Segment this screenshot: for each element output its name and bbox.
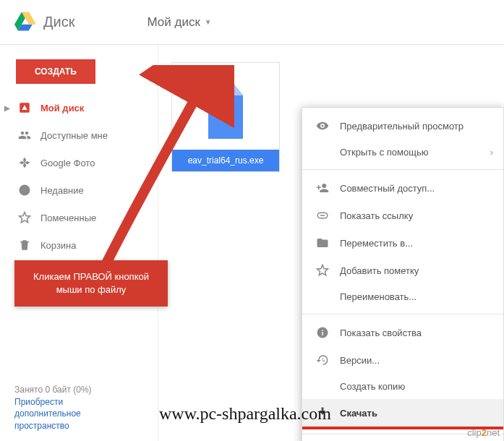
trash-icon [17, 239, 32, 252]
menu-item-get-link[interactable]: Показать ссылку [302, 202, 503, 229]
breadcrumb-label: Мой диск [147, 15, 200, 30]
file-thumb [172, 70, 279, 150]
callout-line2: мыши по файлу [56, 284, 127, 295]
sidebar-item-recent[interactable]: Недавние [0, 176, 158, 204]
sidebar-item-label: Доступные мне [40, 130, 108, 141]
sidebar-item-starred[interactable]: Помеченные [0, 204, 158, 231]
expand-caret-icon[interactable]: ▶ [4, 104, 10, 112]
menu-item-make-copy[interactable]: Создать копию [302, 374, 503, 399]
menu-item-share[interactable]: Совместный доступ... [302, 174, 503, 202]
app-name: Диск [43, 14, 74, 30]
person-add-icon [315, 181, 330, 194]
menu-item-label: Открыть с помощью [340, 147, 428, 158]
menu-item-properties[interactable]: Показать свойства [302, 319, 503, 346]
sidebar-item-label: Помеченные [40, 213, 96, 223]
main-area: eav_trial64_rus.exe Предварительный прос… [158, 45, 504, 441]
menu-item-label: Предварительный просмотр [340, 121, 464, 132]
dropdown-caret-icon: ▼ [205, 18, 212, 26]
people-icon [17, 129, 32, 142]
menu-item-label: Переместить в... [340, 238, 413, 249]
menu-item-label: Создать копию [340, 381, 405, 392]
eye-icon [315, 119, 330, 132]
menu-item-open-with[interactable]: Открыть с помощью › [302, 140, 503, 165]
create-button[interactable]: СОЗДАТЬ [16, 59, 95, 84]
menu-item-label: Показать ссылку [340, 210, 413, 221]
menu-item-preview[interactable]: Предварительный просмотр [302, 112, 503, 140]
star-outline-icon [315, 264, 330, 277]
context-menu: Предварительный просмотр Открыть с помощ… [302, 107, 504, 441]
menu-item-label: Показать свойства [340, 327, 422, 338]
sidebar: СОЗДАТЬ ▶ Мой диск Доступные мне Google … [0, 45, 158, 441]
menu-item-download[interactable]: Скачать [302, 399, 503, 427]
menu-item-label: Скачать [340, 408, 377, 419]
sidebar-item-shared[interactable]: Доступные мне [0, 121, 158, 149]
storage-upgrade-link[interactable]: Приобрести дополнительное пространство [14, 396, 92, 432]
callout-line1: Кликаем ПРАВОЙ кнопкой [33, 271, 149, 282]
chevron-right-icon: › [490, 147, 493, 158]
sidebar-item-label: Мой диск [40, 103, 84, 114]
menu-item-versions[interactable]: Версии... [302, 346, 503, 374]
file-name: eav_trial64_rus.exe [172, 150, 279, 171]
file-icon [202, 81, 249, 139]
storage-info: Занято 0 байт (0%) Приобрести дополнител… [14, 384, 92, 432]
sidebar-item-label: Google Фото [40, 158, 95, 168]
info-icon [315, 326, 330, 339]
drive-icon [17, 101, 32, 114]
folder-icon [315, 236, 330, 249]
storage-status: Занято 0 байт (0%) [14, 385, 92, 395]
star-icon [17, 211, 32, 224]
menu-item-label: Совместный доступ... [340, 183, 435, 194]
watermark-text: www.pc-shpargalka.com [159, 404, 331, 424]
file-card[interactable]: eav_trial64_rus.exe [171, 62, 280, 172]
sidebar-nav: ▶ Мой диск Доступные мне Google Фото [0, 94, 158, 259]
menu-item-label: Переименовать... [340, 291, 417, 302]
menu-item-label: Версии... [340, 355, 380, 366]
app-header: Диск Мой диск ▼ [0, 0, 504, 45]
history-icon [315, 354, 330, 367]
menu-separator [302, 314, 503, 314]
clip2net-watermark: clip2net [467, 427, 500, 438]
sidebar-item-label: Недавние [40, 185, 84, 196]
menu-separator [302, 169, 503, 170]
annotation-callout: Кликаем ПРАВОЙ кнопкой мыши по файлу [14, 260, 168, 307]
sidebar-item-label: Корзина [40, 240, 77, 251]
breadcrumb-my-drive[interactable]: Мой диск ▼ [147, 15, 211, 30]
menu-item-add-star[interactable]: Добавить пометку [302, 257, 503, 284]
menu-item-move-to[interactable]: Переместить в... [302, 229, 503, 257]
sidebar-item-photos[interactable]: Google Фото [0, 149, 158, 176]
menu-item-label: Добавить пометку [340, 265, 419, 276]
sidebar-item-my-drive[interactable]: ▶ Мой диск [0, 94, 158, 121]
menu-item-rename[interactable]: Переименовать... [302, 284, 503, 309]
drive-logo-icon [14, 10, 36, 34]
link-icon [315, 209, 330, 222]
app-logo: Диск [14, 10, 74, 34]
main-container: СОЗДАТЬ ▶ Мой диск Доступные мне Google … [0, 45, 504, 441]
photos-icon [17, 156, 32, 169]
sidebar-item-trash[interactable]: Корзина [0, 231, 158, 259]
clock-icon [17, 184, 32, 197]
